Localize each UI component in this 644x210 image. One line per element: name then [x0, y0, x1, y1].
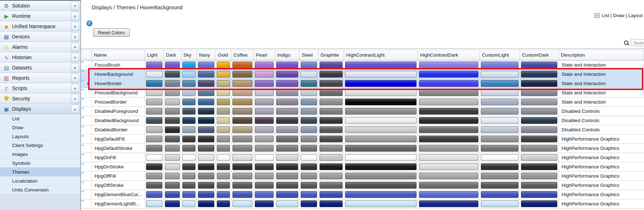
column-header-dark[interactable]: Dark	[164, 50, 181, 60]
table-row-hpgonstroke[interactable]: HpgOnStrokeHighPerformance Graphics	[81, 162, 644, 172]
color-swatch[interactable]	[182, 117, 195, 124]
color-swatch[interactable]	[217, 163, 230, 170]
color-swatch[interactable]	[521, 145, 557, 152]
color-swatch[interactable]	[419, 62, 478, 68]
color-swatch[interactable]	[255, 80, 274, 87]
color-swatch[interactable]	[276, 145, 298, 152]
chevron-down-icon[interactable]: ▾	[71, 74, 79, 83]
color-swatch[interactable]	[165, 182, 180, 189]
color-swatch[interactable]	[521, 173, 557, 179]
color-swatch[interactable]	[217, 191, 230, 198]
color-swatch[interactable]	[521, 191, 557, 198]
color-swatch[interactable]	[232, 71, 252, 78]
color-swatch[interactable]	[146, 126, 162, 133]
color-swatch[interactable]	[481, 89, 519, 96]
color-swatch[interactable]	[255, 173, 274, 179]
color-swatch[interactable]	[165, 154, 180, 161]
table-row-pressedbackground[interactable]: PressedBackgroundState and Interaction	[81, 88, 644, 98]
color-swatch[interactable]	[301, 62, 317, 68]
color-swatch[interactable]	[521, 108, 557, 115]
color-swatch[interactable]	[217, 182, 230, 189]
color-swatch[interactable]	[345, 89, 417, 96]
color-swatch[interactable]	[146, 62, 162, 68]
color-swatch[interactable]	[165, 136, 180, 142]
color-swatch[interactable]	[481, 173, 519, 179]
color-swatch[interactable]	[217, 145, 230, 152]
color-swatch[interactable]	[301, 99, 317, 105]
color-swatch[interactable]	[165, 71, 180, 78]
color-swatch[interactable]	[198, 182, 214, 189]
color-swatch[interactable]	[345, 136, 417, 142]
column-header-customdark[interactable]: CustomDark	[520, 50, 559, 60]
color-swatch[interactable]	[481, 117, 519, 124]
color-swatch[interactable]	[301, 145, 317, 152]
color-swatch[interactable]	[345, 200, 417, 207]
color-swatch[interactable]	[165, 191, 180, 198]
chevron-down-icon[interactable]: ▾	[71, 53, 79, 62]
chevron-down-icon[interactable]: ▾	[71, 32, 79, 41]
sidebar-item-runtime[interactable]: ▶Runtime▾	[0, 11, 80, 21]
color-swatch[interactable]	[255, 108, 274, 115]
color-swatch[interactable]	[165, 108, 180, 115]
color-swatch[interactable]	[232, 145, 252, 152]
color-swatch[interactable]	[320, 136, 343, 142]
color-swatch[interactable]	[217, 99, 230, 105]
color-swatch[interactable]	[182, 80, 195, 87]
chevron-down-icon[interactable]: ▾	[71, 1, 79, 10]
table-row-pressedborder[interactable]: PressedBorderState and Interaction	[81, 98, 644, 107]
color-swatch[interactable]	[345, 80, 417, 87]
sidebar-item-displays[interactable]: ▣Displays▴	[0, 104, 80, 114]
color-swatch[interactable]	[182, 108, 195, 115]
color-swatch[interactable]	[182, 89, 195, 96]
color-swatch[interactable]	[217, 71, 230, 78]
color-swatch[interactable]	[481, 108, 519, 115]
table-row-hoverborder[interactable]: ▶HoverBorderState and Interaction	[81, 79, 644, 88]
color-swatch[interactable]	[276, 182, 298, 189]
color-swatch[interactable]	[481, 71, 519, 78]
color-swatch[interactable]	[276, 80, 298, 87]
color-swatch[interactable]	[217, 136, 230, 142]
color-swatch[interactable]	[521, 62, 557, 68]
color-swatch[interactable]	[345, 117, 417, 124]
color-swatch[interactable]	[232, 173, 252, 179]
color-swatch[interactable]	[255, 117, 274, 124]
color-swatch[interactable]	[320, 117, 343, 124]
color-swatch[interactable]	[232, 191, 252, 198]
color-swatch[interactable]	[301, 136, 317, 142]
color-swatch[interactable]	[345, 154, 417, 161]
color-swatch[interactable]	[521, 71, 557, 78]
sidebar-subitem-images[interactable]: Images	[0, 150, 80, 159]
color-swatch[interactable]	[165, 145, 180, 152]
color-swatch[interactable]	[481, 191, 519, 198]
color-swatch[interactable]	[146, 99, 162, 105]
color-swatch[interactable]	[345, 145, 417, 152]
color-swatch[interactable]	[165, 200, 180, 207]
color-swatch[interactable]	[198, 80, 214, 87]
color-swatch[interactable]	[301, 200, 317, 207]
color-swatch[interactable]	[419, 163, 478, 170]
color-swatch[interactable]	[345, 182, 417, 189]
color-swatch[interactable]	[198, 108, 214, 115]
color-swatch[interactable]	[217, 62, 230, 68]
color-swatch[interactable]	[276, 71, 298, 78]
column-header-graphite[interactable]: Graphite	[318, 50, 344, 60]
color-swatch[interactable]	[320, 145, 343, 152]
color-swatch[interactable]	[301, 173, 317, 179]
color-swatch[interactable]	[232, 182, 252, 189]
color-swatch[interactable]	[232, 99, 252, 105]
color-swatch[interactable]	[182, 71, 195, 78]
sidebar-subitem-client-settings[interactable]: Client Settings	[0, 141, 80, 150]
color-swatch[interactable]	[301, 126, 317, 133]
reset-colors-button[interactable]: Reset Colors	[93, 28, 130, 37]
color-swatch[interactable]	[521, 154, 557, 161]
color-swatch[interactable]	[419, 154, 478, 161]
table-row-hpgelementlightbl[interactable]: HpgElementLightBl...HighPerformance Grap…	[81, 199, 644, 209]
color-swatch[interactable]	[182, 126, 195, 133]
sidebar-item-alarms[interactable]: ⚠Alarms▾	[0, 42, 80, 52]
color-swatch[interactable]	[301, 191, 317, 198]
color-swatch[interactable]	[232, 154, 252, 161]
column-header-name[interactable]: Name	[92, 50, 145, 60]
color-swatch[interactable]	[320, 99, 343, 105]
color-swatch[interactable]	[182, 191, 195, 198]
color-swatch[interactable]	[255, 89, 274, 96]
